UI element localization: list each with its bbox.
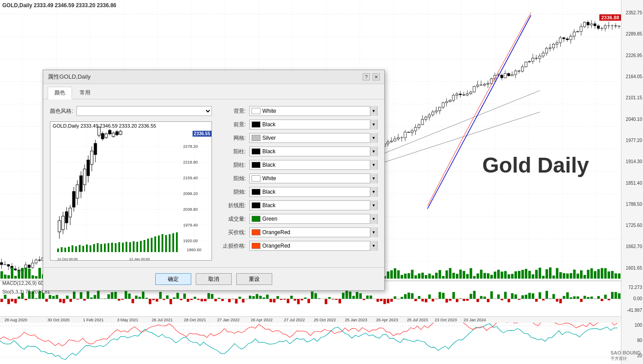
- stoploss-label: 止损价格:: [221, 242, 246, 250]
- color-row-bear-bar: 阴柱: Black ▼: [221, 160, 378, 170]
- stoploss-swatch: [252, 243, 261, 249]
- color-row-bear-candle: 阴烛: Black ▼: [221, 187, 378, 197]
- color-settings-panel: 背景: White ▼ 前景: Black ▼ 网格:: [221, 106, 378, 261]
- grid-dropdown[interactable]: Silver ▼: [249, 133, 378, 143]
- volume-dropdown[interactable]: Green ▼: [249, 214, 378, 224]
- bullbar-arrow[interactable]: ▼: [370, 146, 377, 156]
- dialog-footer: 确定 取消 重设: [43, 267, 384, 290]
- linechart-dropdown[interactable]: Black ▼: [249, 200, 378, 210]
- svg-rect-79: [144, 240, 145, 252]
- stoploss-dropdown[interactable]: OrangeRed ▼: [249, 241, 378, 251]
- bearbar-arrow[interactable]: ▼: [370, 160, 377, 170]
- bearcandle-arrow[interactable]: ▼: [370, 187, 377, 197]
- confirm-button[interactable]: 确定: [155, 273, 191, 285]
- cancel-button[interactable]: 取消: [196, 273, 232, 285]
- date-axis: 28 Aug 2020 30 Oct 2020 1 Feb 2021 3 May…: [0, 316, 621, 323]
- price-level-13: 1601.65: [622, 266, 642, 271]
- svg-rect-74: [126, 242, 127, 252]
- bullbar-swatch: [252, 148, 261, 155]
- volume-arrow[interactable]: ▼: [370, 214, 377, 224]
- svg-text:2159.40: 2159.40: [183, 176, 198, 180]
- svg-rect-84: [162, 234, 163, 252]
- price-level-7: 1977.20: [622, 138, 642, 143]
- fg-dropdown[interactable]: Black ▼: [249, 120, 378, 129]
- macd-level-2: 0.00: [622, 296, 642, 301]
- svg-text:2218.80: 2218.80: [183, 160, 198, 164]
- svg-rect-78: [140, 241, 142, 252]
- reset-button[interactable]: 重设: [236, 273, 272, 285]
- svg-rect-80: [147, 239, 149, 252]
- bullcandle-label: 阳烛:: [221, 175, 246, 182]
- svg-text:2278.20: 2278.20: [183, 144, 198, 149]
- color-row-linechart: 折线图: Black ▼: [221, 200, 378, 210]
- price-level-11: 1725.60: [622, 223, 642, 228]
- bg-dropdown[interactable]: White ▼: [249, 106, 378, 116]
- bearbar-swatch: [252, 162, 261, 168]
- fg-color-name: Black: [262, 121, 370, 128]
- stoploss-arrow[interactable]: ▼: [370, 241, 377, 251]
- bullcandle-arrow[interactable]: ▼: [370, 173, 377, 183]
- bullcandle-swatch: [252, 175, 261, 182]
- chart-symbol-info: GOLD,Daily 2333.49 2346.59 2333.20 2336.…: [2, 2, 117, 9]
- color-style-row: 颜色风格:: [50, 106, 212, 116]
- macd-axis: 72.273 0.00 -41.997: [621, 281, 643, 317]
- price-level-2: 2289.85: [622, 31, 642, 36]
- svg-rect-64: [90, 245, 91, 252]
- stoch-level-2: 80: [622, 338, 642, 343]
- tab-common[interactable]: 常用: [73, 87, 97, 99]
- svg-rect-34: [83, 169, 86, 185]
- volume-label: 成交量:: [221, 215, 246, 223]
- svg-rect-63: [86, 244, 88, 252]
- color-style-select[interactable]: [76, 106, 212, 116]
- svg-rect-58: [68, 247, 70, 252]
- bg-arrow[interactable]: ▼: [370, 106, 377, 116]
- svg-rect-87: [172, 233, 174, 252]
- askline-dropdown[interactable]: OrangeRed ▼: [249, 227, 378, 237]
- chart-top-bar: GOLD,Daily 2333.49 2346.59 2333.20 2336.…: [2, 2, 117, 9]
- bullcandle-dropdown[interactable]: White ▼: [249, 173, 378, 183]
- bearcandle-color-name: Black: [262, 189, 370, 195]
- svg-text:1860.60: 1860.60: [187, 248, 202, 252]
- color-row-background: 背景: White ▼: [221, 106, 378, 116]
- tab-color[interactable]: 颜色: [48, 87, 72, 99]
- properties-dialog: 属性GOLD,Daily ? × 颜色 常用 颜色风格: GOLD,Daily …: [43, 70, 385, 291]
- color-row-grid: 网格: Silver ▼: [221, 133, 378, 143]
- dialog-titlebar[interactable]: 属性GOLD,Daily ? ×: [43, 70, 384, 84]
- linechart-label: 折线图:: [221, 202, 246, 209]
- svg-rect-32: [80, 176, 82, 191]
- linechart-arrow[interactable]: ▼: [370, 200, 377, 210]
- stoploss-color-name: OrangeRed: [262, 243, 370, 249]
- svg-rect-82: [154, 236, 156, 252]
- bearcandle-label: 阴烛:: [221, 188, 246, 196]
- bearcandle-dropdown[interactable]: Black ▼: [249, 187, 378, 197]
- svg-rect-85: [165, 235, 167, 252]
- fg-arrow[interactable]: ▼: [370, 120, 377, 129]
- fg-label: 前景:: [221, 121, 246, 129]
- dialog-controls: ? ×: [363, 73, 380, 80]
- help-button[interactable]: ?: [363, 73, 370, 80]
- svg-rect-59: [72, 245, 73, 252]
- fg-swatch: [252, 121, 261, 128]
- bullbar-dropdown[interactable]: Black ▼: [249, 146, 378, 156]
- price-level-12: 1662.70: [622, 244, 642, 249]
- bearbar-dropdown[interactable]: Black ▼: [249, 160, 378, 170]
- bullcandle-color-name: White: [262, 175, 370, 182]
- price-level-9: 1851.40: [622, 181, 642, 186]
- close-button[interactable]: ×: [373, 73, 380, 80]
- svg-rect-54: [119, 131, 122, 134]
- svg-text:12 Jan 00:00: 12 Jan 00:00: [129, 257, 150, 261]
- svg-rect-28: [72, 191, 75, 207]
- grid-arrow[interactable]: ▼: [370, 133, 377, 143]
- bg-label: 背景:: [221, 107, 246, 115]
- bearbar-color-name: Black: [262, 162, 370, 168]
- grid-swatch: [252, 135, 261, 141]
- price-axis: 2352.75 2289.85 2226.95 2164.05 2101.15 …: [621, 0, 643, 281]
- price-level-1: 2352.75: [622, 10, 642, 15]
- askline-arrow[interactable]: ▼: [370, 227, 377, 237]
- bullbar-color-name: Black: [262, 148, 370, 155]
- watermark-brand: SAO BOUND千方百计: [611, 350, 641, 362]
- grid-label: 网格:: [221, 134, 246, 142]
- svg-rect-88: [176, 232, 178, 252]
- svg-rect-48: [108, 130, 111, 134]
- svg-rect-61: [79, 245, 81, 252]
